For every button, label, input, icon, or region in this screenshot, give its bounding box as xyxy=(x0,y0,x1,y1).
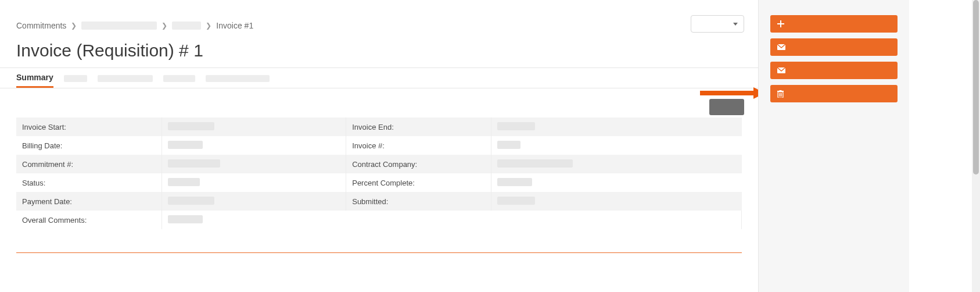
tab-summary[interactable]: Summary xyxy=(16,68,53,88)
chevron-right-icon: ❯ xyxy=(71,22,77,30)
table-row: Overall Comments: xyxy=(16,211,742,229)
chevron-right-icon: ❯ xyxy=(161,22,167,30)
tab-placeholder[interactable] xyxy=(206,75,270,82)
table-row: Commitment #: Contract Company: xyxy=(16,155,742,173)
tab-placeholder[interactable] xyxy=(163,75,195,82)
svg-rect-3 xyxy=(777,23,784,24)
label-invoice-end: Invoice End: xyxy=(346,117,491,136)
page-title: Invoice (Requisition) # 1 xyxy=(0,36,758,67)
trash-icon xyxy=(777,90,784,98)
top-right-dropdown[interactable] xyxy=(691,15,744,33)
edit-button[interactable] xyxy=(709,99,744,115)
email-button-1[interactable] xyxy=(770,38,898,56)
label-overall-comments: Overall Comments: xyxy=(16,211,161,229)
value-billing-date xyxy=(161,136,346,155)
value-percent-complete xyxy=(491,173,742,192)
value-status xyxy=(161,173,346,192)
label-percent-complete: Percent Complete: xyxy=(346,173,491,192)
table-row: Invoice Start: Invoice End: xyxy=(16,117,742,136)
value-submitted xyxy=(491,192,742,211)
breadcrumb-root[interactable]: Commitments xyxy=(16,21,66,30)
scrollbar-track[interactable] xyxy=(972,0,980,292)
envelope-icon xyxy=(777,44,785,50)
email-button-2[interactable] xyxy=(770,62,898,79)
tab-row: Summary xyxy=(0,67,758,88)
breadcrumb: Commitments ❯ ❯ ❯ Invoice #1 xyxy=(0,0,758,36)
value-invoice-start xyxy=(161,117,346,136)
main-content: Commitments ❯ ❯ ❯ Invoice #1 Invoice (Re… xyxy=(0,0,758,292)
table-row: Billing Date: Invoice #: xyxy=(16,136,742,155)
caret-down-icon xyxy=(733,23,738,26)
create-button[interactable] xyxy=(770,15,898,33)
label-billing-date: Billing Date: xyxy=(16,136,161,155)
value-contract-company xyxy=(491,155,742,173)
envelope-icon xyxy=(777,67,785,73)
breadcrumb-placeholder-1[interactable] xyxy=(81,22,157,30)
label-status: Status: xyxy=(16,173,161,192)
right-sidebar xyxy=(758,0,909,292)
breadcrumb-placeholder-2[interactable] xyxy=(172,22,201,30)
label-invoice-start: Invoice Start: xyxy=(16,117,161,136)
details-table: Invoice Start: Invoice End: Billing Date… xyxy=(16,117,742,229)
tab-placeholder[interactable] xyxy=(98,75,153,82)
tab-placeholder[interactable] xyxy=(64,75,87,82)
table-row: Payment Date: Submitted: xyxy=(16,192,742,211)
bottom-divider xyxy=(16,252,742,253)
scrollbar-thumb[interactable] xyxy=(973,0,979,175)
chevron-right-icon: ❯ xyxy=(206,22,211,30)
breadcrumb-current: Invoice #1 xyxy=(216,21,253,30)
label-commitment-num: Commitment #: xyxy=(16,155,161,173)
svg-rect-8 xyxy=(780,90,782,91)
value-invoice-num xyxy=(491,136,742,155)
value-payment-date xyxy=(161,192,346,211)
plus-icon xyxy=(777,20,784,27)
value-invoice-end xyxy=(491,117,742,136)
value-commitment-num xyxy=(161,155,346,173)
label-submitted: Submitted: xyxy=(346,192,491,211)
label-contract-company: Contract Company: xyxy=(346,155,491,173)
label-payment-date: Payment Date: xyxy=(16,192,161,211)
value-overall-comments xyxy=(161,211,742,229)
label-invoice-num: Invoice #: xyxy=(346,136,491,155)
delete-button[interactable] xyxy=(770,85,898,102)
table-row: Status: Percent Complete: xyxy=(16,173,742,192)
